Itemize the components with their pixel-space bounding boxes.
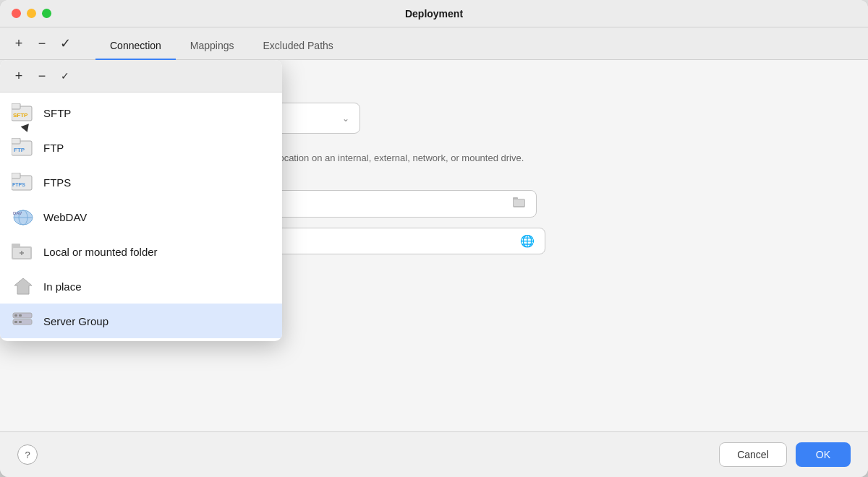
dropdown-item-ftp-label: FTP (43, 142, 64, 154)
local-folder-icon (12, 241, 35, 262)
maximize-button[interactable] (42, 9, 51, 18)
close-button[interactable] (12, 9, 21, 18)
dialog-footer: ? Cancel OK (0, 431, 868, 477)
svg-rect-12 (12, 138, 20, 144)
server-group-icon (12, 311, 35, 331)
globe-icon: 🌐 (520, 234, 535, 248)
dropdown-item-ftps[interactable]: FTPS FTPS (0, 165, 282, 199)
svg-rect-9 (12, 103, 20, 109)
dropdown-confirm-button[interactable]: ✓ (55, 66, 75, 86)
dialog-title: Deployment (405, 8, 463, 20)
tab-mappings[interactable]: Mappings (176, 33, 249, 60)
svg-marker-26 (14, 278, 32, 294)
dropdown-item-local-folder[interactable]: Local or mounted folder (0, 234, 282, 269)
webdav-icon: DAV (12, 207, 35, 227)
minimize-button[interactable] (27, 9, 36, 18)
add-button[interactable]: + (9, 33, 29, 53)
svg-text:DAV: DAV (13, 211, 22, 215)
dropdown-item-server-group[interactable]: Server Group (0, 304, 282, 338)
dropdown-item-in-place[interactable]: In place (0, 269, 282, 304)
sftp-icon: SFTP (12, 103, 35, 123)
svg-rect-29 (19, 314, 22, 317)
deployment-toolbar: + − ✓ (0, 27, 84, 59)
folder-icon (513, 197, 526, 211)
remove-button[interactable]: − (32, 33, 52, 53)
tab-excluded-paths[interactable]: Excluded Paths (249, 33, 348, 60)
main-content: le only for this project Local or mounte… (0, 60, 868, 431)
ftps-icon: FTPS (12, 172, 35, 192)
svg-rect-22 (12, 244, 20, 249)
svg-text:SFTP: SFTP (13, 112, 28, 119)
dropdown-item-sftp[interactable]: SFTP SFTP (0, 95, 282, 130)
footer-actions: Cancel OK (719, 442, 851, 467)
ok-button[interactable]: OK (796, 442, 851, 467)
dropdown-item-ftp[interactable]: FTP FTP (0, 130, 282, 165)
dropdown-remove-button[interactable]: − (32, 66, 52, 86)
dropdown-item-in-place-label: In place (43, 280, 82, 293)
type-dropdown-menu: + − ✓ SFTP SFTP (0, 60, 282, 341)
dropdown-item-local-folder-label: Local or mounted folder (43, 246, 158, 258)
chevron-down-icon: ⌄ (342, 113, 349, 124)
dropdown-add-button[interactable]: + (9, 66, 29, 86)
dropdown-items-list: SFTP SFTP FTP FTP (0, 93, 282, 341)
tab-connection[interactable]: Connection (95, 33, 176, 60)
dropdown-item-server-group-label: Server Group (43, 315, 109, 327)
dropdown-item-ftps-label: FTPS (43, 176, 71, 189)
svg-rect-15 (12, 173, 20, 179)
deployment-dialog: Deployment + − ✓ Connection Mappings Exc… (0, 0, 868, 477)
svg-rect-31 (14, 321, 17, 323)
svg-text:FTPS: FTPS (12, 182, 25, 187)
help-button[interactable]: ? (17, 444, 38, 465)
dropdown-toolbar: + − ✓ (0, 60, 282, 93)
title-bar: Deployment (0, 0, 868, 27)
svg-text:FTP: FTP (14, 147, 25, 153)
dropdown-item-sftp-label: SFTP (43, 107, 71, 119)
ftp-icon: FTP (12, 137, 35, 158)
svg-rect-7 (514, 199, 524, 206)
dropdown-item-webdav-label: WebDAV (43, 211, 87, 223)
svg-rect-28 (14, 314, 17, 317)
in-place-icon (12, 276, 35, 296)
dropdown-item-webdav[interactable]: DAV WebDAV (0, 199, 282, 234)
window-controls (12, 9, 51, 18)
svg-rect-32 (19, 321, 22, 323)
cancel-button[interactable]: Cancel (719, 442, 787, 467)
confirm-button[interactable]: ✓ (55, 33, 75, 53)
